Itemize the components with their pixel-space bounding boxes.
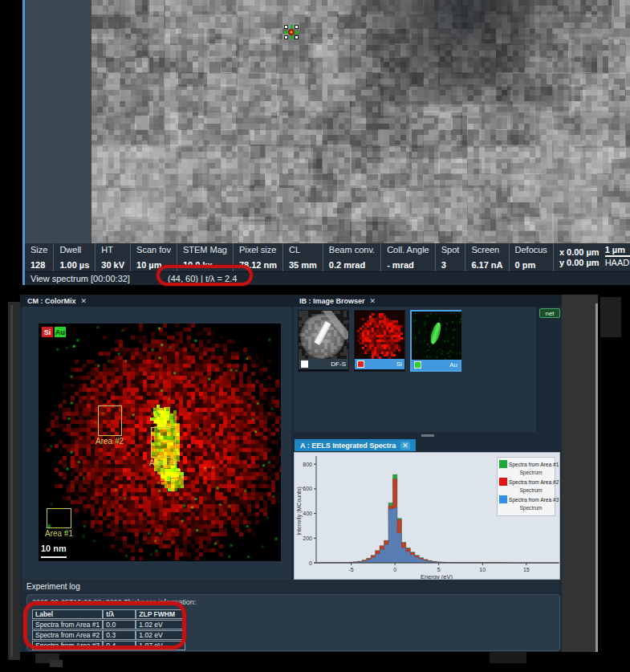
status-value: 10 µm <box>136 260 171 270</box>
experiment-log-title: Experiment log <box>26 582 80 591</box>
x-axis-label: Energy (eV) <box>421 573 453 579</box>
legend-series-name: Spectra from Area #3 <box>509 497 559 503</box>
y-axis-label: Intensity (MCounts) <box>296 487 303 536</box>
legend-swatch <box>499 495 507 503</box>
status-cell-scan-fov: Scan fov10 µm <box>131 243 177 271</box>
analysis-window: CM : ColorMix ✕ IB : Image Browser ✕ Si … <box>20 295 562 652</box>
status-label: Scan fov <box>136 245 171 255</box>
svg-text:200: 200 <box>303 536 312 541</box>
visibility-checkbox[interactable] <box>357 360 364 368</box>
haadf-image-view[interactable] <box>91 0 630 243</box>
thumbnail-label: DF-S <box>331 360 346 368</box>
table-cell: 0.0 <box>103 620 136 629</box>
status-value: 6.17 nA <box>471 260 502 270</box>
legend-swatch <box>499 478 507 486</box>
thumbnail-image[interactable] <box>299 311 348 359</box>
thumbnail-label-bar: Au <box>412 360 460 370</box>
element-badge-si[interactable]: Si <box>42 327 53 337</box>
status-value: 10.0 kx <box>183 260 227 270</box>
colormix-image[interactable]: Si Au Area #2 Area #3 Area #1 10 nm <box>39 324 281 561</box>
legend-series-sublabel: Spectrum <box>509 487 553 493</box>
tab-image-browser-label: IB : Image Browser <box>299 297 365 305</box>
scale-bar-line <box>605 255 630 257</box>
area-1-label: Area #1 <box>45 529 73 538</box>
legend-series-sublabel: Spectrum <box>509 505 553 511</box>
status-cell-ht: HT30 kV <box>96 243 131 271</box>
table-header: t/λ <box>103 609 136 619</box>
thumbnail-image[interactable] <box>355 311 404 359</box>
area-1-rect[interactable] <box>47 508 71 528</box>
acquisition-status-bar: Size128Dwell1.00 µsHT30 kVScan fov10 µmS… <box>25 243 630 271</box>
status-value: 3 <box>441 260 460 270</box>
status-label: STEM Mag <box>183 245 227 255</box>
window-scrap <box>490 652 526 663</box>
status-label: Pixel size <box>239 245 277 255</box>
legend-entry: Spectra from Area #1Spectrum <box>499 460 553 475</box>
svg-text:400: 400 <box>303 511 312 516</box>
thumbnail-df-s[interactable]: DF-S <box>298 310 349 372</box>
status-value: 128 <box>30 260 47 270</box>
splitter-handle[interactable] <box>421 434 434 437</box>
visibility-checkbox[interactable] <box>414 361 421 369</box>
left-sidebar-panel <box>25 0 91 243</box>
table-row: Spectra from Area #30.41.07 eV <box>32 641 185 650</box>
beam-position-marker[interactable] <box>284 25 299 39</box>
close-icon[interactable]: ✕ <box>370 297 376 305</box>
visibility-checkbox[interactable] <box>301 360 308 368</box>
svg-text:0: 0 <box>309 560 312 566</box>
acquisition-footer-bar: View spectrum [00:00:32] (44, 60) | t/λ … <box>25 271 630 285</box>
status-value: - mrad <box>387 260 429 270</box>
table-cell: Spectra from Area #1 <box>32 620 103 629</box>
thumbnail-image[interactable] <box>412 312 461 360</box>
tab-eels-spectra[interactable]: A : EELS Integrated Spectra ✕ <box>295 439 416 451</box>
net-button[interactable]: net <box>539 308 560 318</box>
thumbnail-si[interactable]: Si <box>354 310 405 372</box>
status-value: 35 mm <box>289 260 317 270</box>
tab-image-browser[interactable]: IB : Image Browser ✕ <box>294 295 381 307</box>
status-value: 78.12 nm <box>239 260 277 270</box>
thumbnail-au[interactable]: Au <box>410 310 461 372</box>
table-cell: 1.02 eV <box>136 630 185 640</box>
thumbnail-label-bar: DF-S <box>299 359 348 369</box>
stage-y: y 0.00 µm <box>559 258 600 267</box>
area-3-rect[interactable] <box>151 427 176 458</box>
window-scrap <box>600 297 621 337</box>
status-label: Defocus <box>515 245 547 255</box>
status-cell-dwell: Dwell1.00 µs <box>54 243 96 271</box>
marker-handle[interactable] <box>284 35 288 39</box>
status-cell-cl: CL35 mm <box>283 243 323 271</box>
image-browser-panel: DF-SSiAu <box>294 307 536 432</box>
area-2-label: Area #2 <box>96 437 124 446</box>
status-value: 0.2 mrad <box>329 260 375 270</box>
table-row: Spectra from Area #20.31.02 eV <box>32 630 185 640</box>
marker-handle[interactable] <box>284 25 288 29</box>
area-2-rect[interactable] <box>98 405 122 436</box>
element-badge-au[interactable]: Au <box>55 327 66 337</box>
marker-handle[interactable] <box>295 25 299 29</box>
status-cell-defocus: Defocus0 pm <box>510 243 554 271</box>
chart-legend: Spectra from Area #1SpectrumSpectra from… <box>497 457 555 516</box>
occluded-window-edge-right <box>562 295 598 652</box>
close-icon[interactable]: ✕ <box>81 297 87 305</box>
tab-colormix[interactable]: CM : ColorMix ✕ <box>22 295 92 307</box>
status-value: 1.00 µs <box>59 260 89 270</box>
status-label: Size <box>30 245 47 255</box>
table-header: Label <box>32 609 103 619</box>
marker-handle[interactable] <box>295 35 299 39</box>
status-cell-beam-conv-: Beam conv.0.2 mrad <box>323 243 381 271</box>
table-header-row: Labelt/λZLP FWHM <box>32 609 185 619</box>
status-label: Beam conv. <box>329 245 375 255</box>
log-entry-timestamp: 2025-09-05T15:20:29+0200 Thickness infor… <box>32 598 196 606</box>
legend-series-sublabel: Spectrum <box>509 470 553 475</box>
panel-tab-bar: CM : ColorMix ✕ IB : Image Browser ✕ <box>20 295 562 307</box>
close-icon[interactable]: ✕ <box>400 442 410 450</box>
thickness-table: Labelt/λZLP FWHMSpectra from Area #10.01… <box>32 609 185 651</box>
status-label: HT <box>101 245 124 255</box>
scale-label: 10 nm <box>41 544 67 553</box>
thumbnail-label: Au <box>449 361 457 369</box>
experiment-log-header: Experiment log <box>22 580 559 593</box>
status-label: Coll. Angle <box>387 245 429 255</box>
haadf-image[interactable] <box>91 0 630 243</box>
scale-bar-cell: 1 µm HAADF <box>605 243 630 271</box>
status-cell-pixel-size: Pixel size78.12 nm <box>234 243 283 271</box>
